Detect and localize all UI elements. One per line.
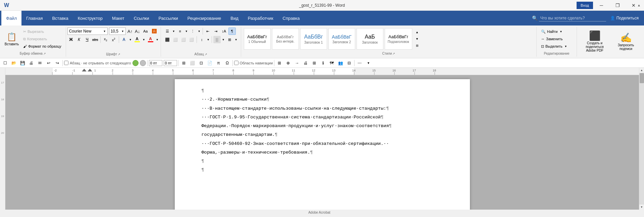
menu-file[interactable]: Файл [1, 11, 21, 25]
font-size-dropdown[interactable]: 10,5 ▼ [109, 28, 126, 35]
style-heading[interactable]: АаБ Заголовок [357, 28, 383, 50]
create-pdf-button[interactable]: ⬛ Создать и поделиться Adobe PDF [580, 30, 610, 54]
clear-format-button[interactable]: 🅰 [151, 28, 158, 35]
sort-button[interactable]: ↕A [220, 28, 228, 35]
document-scroll[interactable]: ¶ ···2.·Нормативные·ссылки¶ ···В·настоящ… [5, 75, 639, 210]
zoom-in-button[interactable]: ⊕ [284, 59, 292, 67]
omega-button[interactable]: Ω [224, 59, 231, 67]
strikethrough-button[interactable]: аbs [92, 36, 99, 43]
right-scrollbar[interactable]: ▲ ▼ [639, 68, 644, 210]
font-color-button[interactable]: A [147, 36, 155, 43]
signin-button[interactable]: Вход [577, 2, 593, 9]
shading-dropdown[interactable]: ▼ [221, 36, 225, 43]
styles-expand[interactable]: ⊞ [414, 42, 421, 49]
font-grow-button[interactable]: A↑ [127, 28, 133, 34]
scroll-up-button[interactable]: ▲ [639, 68, 644, 73]
share-button[interactable]: 👤 Поделиться [606, 11, 643, 25]
pi-button[interactable]: π [215, 59, 222, 67]
more-button[interactable]: ⋯ [356, 59, 363, 67]
doc-button[interactable]: 📄 [206, 59, 214, 67]
spacing1-input[interactable]: 0 пт [149, 60, 162, 66]
clipboard-expand-icon[interactable]: ↗ [43, 52, 46, 55]
justify-button[interactable]: ⬜ [188, 36, 195, 43]
minimize-button[interactable]: ─ [594, 0, 609, 11]
ribbon-collapse-button[interactable]: ▲ [635, 1, 643, 9]
text-effects-dropdown[interactable]: ▼ [128, 36, 132, 43]
undo-button[interactable]: ↩ [45, 59, 52, 67]
info-button[interactable]: ℹ [319, 59, 327, 67]
copy-button[interactable]: ⧉ Копировать [21, 36, 63, 42]
table3-button[interactable]: ⊟ [345, 59, 353, 67]
bullets-dropdown[interactable]: ▼ [172, 28, 176, 35]
bullets-button[interactable]: ☰ [164, 28, 171, 35]
align-center-button[interactable]: ⬜ [172, 36, 179, 43]
menu-mailings[interactable]: Рассылки [154, 11, 182, 25]
text-effects-button[interactable]: A [120, 36, 128, 43]
style-h2[interactable]: АаБбВвГ Заголовок 2 [328, 28, 355, 50]
circle1[interactable] [132, 60, 139, 66]
cut-button[interactable]: ✂ Вырезать [21, 28, 63, 35]
bold-button[interactable]: Ж [67, 36, 75, 43]
paragraph-checkbox[interactable] [64, 61, 68, 65]
align-left-button[interactable]: ⬛ [164, 36, 171, 43]
menu-developer[interactable]: Разработчик [243, 11, 278, 25]
people-button[interactable]: 👥 [337, 59, 344, 67]
find-button[interactable]: 🔍 Найти ▼ [539, 28, 574, 35]
search-input[interactable] [539, 15, 606, 21]
dropdown-more[interactable]: ▼ [365, 59, 372, 67]
shading-button[interactable]: ░ [213, 36, 221, 43]
restore-button[interactable]: ❐ [610, 0, 625, 11]
increase-indent-button[interactable]: ⇥ [212, 28, 220, 35]
request-signatures-button[interactable]: ✍ Запросить подписи [612, 32, 639, 52]
open-button[interactable]: 📂 [10, 59, 17, 67]
show-marks-button[interactable]: ¶ [228, 28, 236, 35]
decrease-indent-button[interactable]: ⇤ [204, 28, 212, 35]
italic-button[interactable]: К [75, 36, 83, 43]
map-button[interactable]: 🗺 [328, 59, 335, 67]
style-subheading[interactable]: АаБбВвГг Подзаголовок [385, 28, 412, 50]
font-expand-icon[interactable]: ↗ [118, 53, 120, 56]
replace-button[interactable]: ↔ Заменить [539, 36, 574, 42]
menu-help[interactable]: Справка [278, 11, 305, 25]
highlight-color-button[interactable]: A [133, 36, 141, 43]
menu-insert[interactable]: Вставка [47, 11, 73, 25]
styles-scroll-up[interactable]: ▲ [414, 29, 421, 36]
borders-button[interactable]: ⊞ [226, 36, 233, 43]
change-case-button[interactable]: Aa [142, 28, 149, 35]
select-button[interactable]: ⊡ Выделить ▼ [539, 43, 574, 50]
line-spacing-button[interactable]: ↕ [198, 36, 206, 43]
save-button[interactable]: 💾 [19, 59, 26, 67]
multilevel-button[interactable]: ⋮ [189, 28, 197, 35]
email-button[interactable]: ✉ [36, 59, 44, 67]
new-doc-button[interactable]: ☐ [1, 59, 9, 67]
scroll-track[interactable] [639, 73, 644, 205]
underline-button[interactable]: Ч [84, 36, 91, 43]
menu-design[interactable]: Конструктор [73, 11, 107, 25]
frame-button[interactable]: ⬜ [189, 59, 196, 67]
scroll-thumb[interactable] [640, 73, 644, 83]
styles-expand-icon[interactable]: ↗ [392, 52, 395, 55]
align-right-button[interactable]: ⬜ [180, 36, 187, 43]
paragraph-expand-icon[interactable]: ↗ [205, 53, 207, 56]
font-family-dropdown[interactable]: Courier New ▼ [67, 28, 108, 35]
numbering-dropdown[interactable]: ▼ [184, 28, 189, 35]
circle2[interactable] [140, 60, 146, 66]
format-painter-button[interactable]: 🖌 Формат по образцу [21, 43, 63, 50]
line-spacing-dropdown[interactable]: ▼ [206, 36, 210, 43]
font-color-dropdown[interactable]: ▼ [155, 36, 159, 43]
multilevel-dropdown[interactable]: ▼ [197, 28, 201, 35]
menu-view[interactable]: Вид [226, 11, 243, 25]
table-button[interactable]: ⊞ [180, 59, 187, 67]
nav-checkbox[interactable] [234, 61, 238, 65]
grid2-button[interactable]: ⊞ [311, 59, 318, 67]
print2-button[interactable]: 🖨 [302, 59, 309, 67]
numbering-button[interactable]: ≡ [176, 28, 184, 35]
menu-review[interactable]: Рецензирование [183, 11, 226, 25]
superscript-button[interactable]: x2 [110, 36, 117, 43]
menu-layout[interactable]: Макет [107, 11, 129, 25]
print-button[interactable]: 🖨 [28, 59, 35, 67]
table2-button[interactable]: ⊞ [276, 59, 283, 67]
redo-button[interactable]: ↪ [54, 59, 61, 67]
arrow-right-button[interactable]: → [293, 59, 301, 67]
subscript-button[interactable]: x2 [102, 36, 109, 43]
